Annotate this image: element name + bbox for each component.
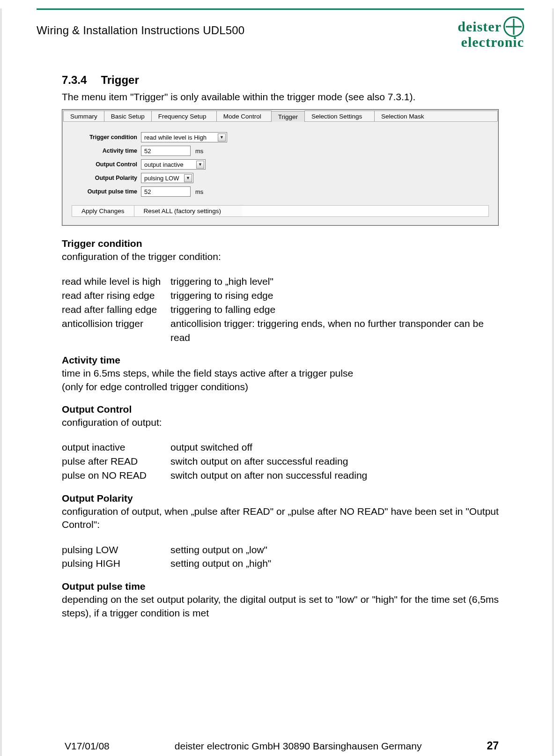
tab-basic-setup[interactable]: Basic Setup: [104, 111, 152, 121]
desc-output-polarity: configuration of output, when „pulse aft…: [62, 505, 499, 532]
tab-selection-settings[interactable]: Selection Settings: [304, 111, 375, 121]
select-output-control[interactable]: output inactive ▼: [141, 159, 206, 170]
input-output-pulse-time[interactable]: [141, 186, 191, 197]
block-activity-time: Activity time time in 6.5ms steps, while…: [62, 355, 499, 393]
brand-word-2: electronic: [458, 35, 524, 49]
page-footer: V17/01/08 deister electronic GmbH 30890 …: [65, 740, 499, 752]
section-intro: The menu item "Trigger" is only availabl…: [62, 91, 499, 103]
tab-frequency-setup[interactable]: Frequency Setup: [151, 111, 217, 121]
block-output-pulse-time: Output pulse time depending on the set o…: [62, 581, 499, 620]
activity-time-line1: time in 6.5ms steps, while the field sta…: [62, 367, 499, 380]
oc-key-0: output inactive: [62, 440, 170, 454]
heading-output-control: Output Control: [62, 404, 499, 415]
tab-selection-mask[interactable]: Selection Mask: [374, 111, 498, 121]
footer-page-number: 27: [487, 740, 499, 752]
op-key-0: pulsing LOW: [62, 543, 170, 557]
op-val-0: setting output on „low": [170, 543, 499, 557]
tc-val-0: triggering to „high level": [170, 274, 499, 289]
select-output-polarity[interactable]: pulsing LOW ▼: [141, 173, 193, 183]
block-output-control: Output Control configuration of output: …: [62, 404, 499, 482]
label-output-pulse-time: Output pulse time: [72, 188, 137, 195]
footer-company: deister electronic GmbH 30890 Barsinghau…: [175, 741, 422, 752]
select-trigger-condition-value: read while level is High: [144, 134, 207, 141]
activity-time-line2: (only for edge controlled trigger condit…: [62, 380, 499, 393]
heading-output-pulse-time: Output pulse time: [62, 581, 499, 592]
reset-all-button[interactable]: Reset ALL (factory settings): [134, 206, 242, 216]
heading-output-polarity: Output Polarity: [62, 493, 499, 504]
doc-title: Wiring & Installation Instructions UDL50…: [37, 16, 244, 37]
chevron-down-icon: ▼: [218, 133, 226, 141]
tc-key-1: read after rising edge: [62, 289, 170, 303]
tab-summary[interactable]: Summary: [63, 111, 104, 121]
tab-trigger[interactable]: Trigger: [271, 111, 305, 122]
apply-changes-button[interactable]: Apply Changes: [72, 206, 134, 216]
heading-activity-time: Activity time: [62, 355, 499, 366]
tc-val-1: triggering to rising edge: [170, 289, 499, 303]
deister-logo-icon: [503, 16, 524, 37]
tc-key-2: read after falling edge: [62, 303, 170, 317]
tc-val-3: anticollision trigger: triggering ends, …: [170, 317, 499, 345]
oc-key-2: pulse on NO READ: [62, 468, 170, 482]
label-trigger-condition: Trigger condition: [72, 134, 137, 141]
op-key-1: pulsing HIGH: [62, 556, 170, 571]
oc-key-1: pulse after READ: [62, 454, 170, 468]
tc-key-0: read while level is high: [62, 274, 170, 289]
tab-mode-control[interactable]: Mode Control: [216, 111, 272, 121]
desc-trigger-condition: configuration of the trigger condition:: [62, 250, 499, 263]
brand-word-1: deister: [458, 20, 502, 34]
select-trigger-condition[interactable]: read while level is High ▼: [141, 132, 227, 142]
oc-val-2: switch output on after non successful re…: [170, 468, 499, 482]
section-title: Trigger: [101, 74, 139, 86]
heading-trigger-condition: Trigger condition: [62, 238, 499, 249]
label-activity-time: Activity time: [72, 148, 137, 154]
select-output-polarity-value: pulsing LOW: [144, 175, 179, 182]
desc-output-pulse-time: depending on the set output polarity, th…: [62, 593, 499, 620]
trigger-config-panel: Summary Basic Setup Frequency Setup Mode…: [62, 109, 499, 226]
chevron-down-icon: ▼: [196, 161, 204, 169]
block-output-polarity: Output Polarity configuration of output,…: [62, 493, 499, 571]
unit-activity-time: ms: [195, 148, 203, 155]
oc-val-1: switch output on after successful readin…: [170, 454, 499, 468]
tab-bar: Summary Basic Setup Frequency Setup Mode…: [63, 111, 497, 122]
input-activity-time[interactable]: [141, 146, 191, 156]
section-heading: 7.3.4Trigger: [62, 74, 499, 87]
label-output-control: Output Control: [72, 161, 137, 168]
tc-val-2: triggering to falling edge: [170, 303, 499, 317]
oc-val-0: output switched off: [170, 440, 499, 454]
unit-output-pulse-time: ms: [195, 188, 203, 195]
desc-output-control: configuration of output:: [62, 416, 499, 429]
chevron-down-icon: ▼: [184, 174, 192, 182]
tc-key-3: anticollision trigger: [62, 317, 170, 345]
label-output-polarity: Output Polarity: [72, 175, 137, 181]
select-output-control-value: output inactive: [144, 161, 184, 168]
brand-logo-block: deister electronic: [458, 16, 524, 49]
op-val-1: setting output on „high": [170, 556, 499, 571]
section-number: 7.3.4: [62, 74, 87, 86]
block-trigger-condition: Trigger condition configuration of the t…: [62, 238, 499, 344]
footer-version: V17/01/08: [65, 741, 110, 752]
